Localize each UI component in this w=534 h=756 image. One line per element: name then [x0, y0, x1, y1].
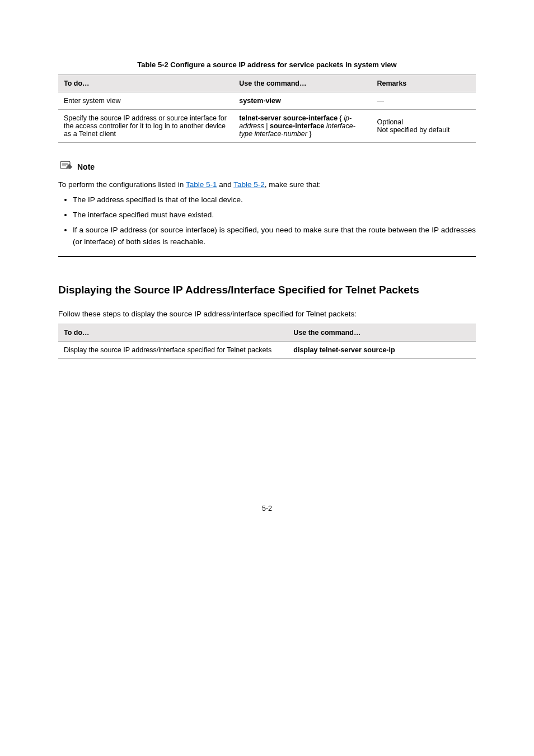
- th-todo: To do…: [58, 324, 288, 341]
- page-number: 5-2: [58, 505, 476, 512]
- cell-command: display telnet-server source-ip: [288, 341, 476, 358]
- table-row: Enter system view system-view —: [58, 92, 476, 110]
- note-intro: To perform the configurations listed in …: [58, 179, 476, 191]
- display-table: To do… Use the command… Display the sour…: [58, 324, 476, 359]
- link-table-5-1[interactable]: Table 5-1: [186, 180, 217, 189]
- table-caption: Table 5-2 Configure a source IP address …: [58, 60, 476, 69]
- note-block: Note To perform the configurations liste…: [58, 160, 476, 248]
- note-label: Note: [77, 162, 95, 171]
- th-command: Use the command…: [288, 324, 476, 341]
- cell-command: telnet-server source-interface { ip-addr…: [233, 110, 371, 143]
- link-table-5-2[interactable]: Table 5-2: [233, 180, 265, 189]
- table-row: Specify the source IP address or source …: [58, 110, 476, 143]
- section-heading: Displaying the Source IP Address/Interfa…: [58, 284, 476, 296]
- display-intro: Follow these steps to display the source…: [58, 309, 476, 320]
- config-table: To do… Use the command… Remarks Enter sy…: [58, 74, 476, 143]
- divider: [58, 256, 476, 257]
- list-item: The IP address specified is that of the …: [73, 194, 476, 206]
- list-item: The interface specified must have existe…: [73, 209, 476, 221]
- list-item: If a source IP address (or source interf…: [73, 225, 476, 248]
- th-command: Use the command…: [233, 75, 371, 92]
- cell-todo: Enter system view: [58, 92, 233, 110]
- cell-todo: Specify the source IP address or source …: [58, 110, 233, 143]
- table-row: Display the source IP address/interface …: [58, 341, 476, 358]
- cell-remarks: —: [371, 92, 476, 110]
- th-remarks: Remarks: [371, 75, 476, 92]
- cell-todo: Display the source IP address/interface …: [58, 341, 288, 358]
- note-bullets: The IP address specified is that of the …: [58, 194, 476, 248]
- cell-command: system-view: [233, 92, 371, 110]
- th-todo: To do…: [58, 75, 233, 92]
- cell-remarks: Optional Not specified by default: [371, 110, 476, 143]
- note-icon: [58, 160, 74, 174]
